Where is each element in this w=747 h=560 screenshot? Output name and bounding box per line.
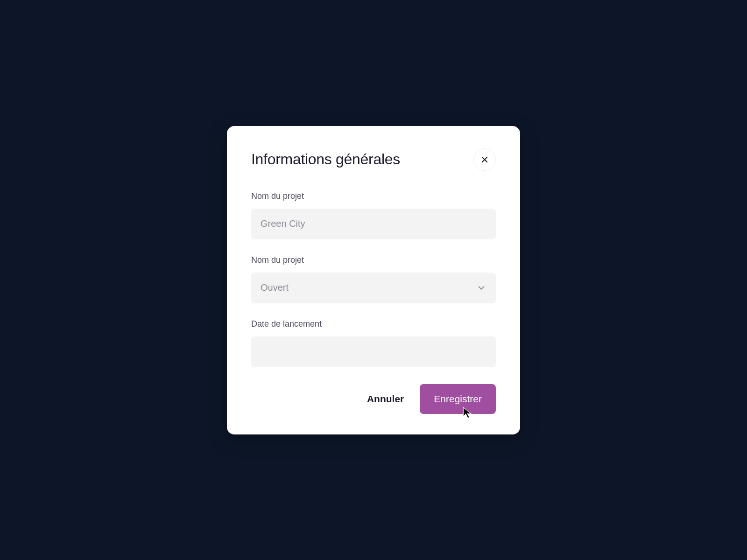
save-button[interactable]: Enregistrer (420, 384, 496, 414)
modal-title: Informations générales (251, 151, 400, 168)
modal-dialog: Informations générales Nom du projet Nom… (227, 126, 520, 434)
modal-header: Informations générales (251, 148, 496, 171)
project-status-select[interactable]: Ouvert (251, 273, 496, 303)
form-group-project-name: Nom du projet (251, 191, 496, 239)
project-status-label: Nom du projet (251, 255, 496, 265)
form-group-project-status: Nom du projet Ouvert (251, 255, 496, 303)
close-button[interactable] (473, 148, 496, 171)
close-icon (480, 155, 489, 164)
launch-date-label: Date de lancement (251, 319, 496, 329)
cancel-button[interactable]: Annuler (365, 390, 406, 408)
project-status-selected: Ouvert (261, 282, 289, 293)
form-group-launch-date: Date de lancement (251, 319, 496, 367)
modal-footer: Annuler Enregistrer (251, 384, 496, 414)
launch-date-input[interactable] (251, 336, 496, 367)
chevron-down-icon (476, 283, 486, 293)
project-name-input[interactable] (251, 209, 496, 239)
project-name-label: Nom du projet (251, 191, 496, 201)
